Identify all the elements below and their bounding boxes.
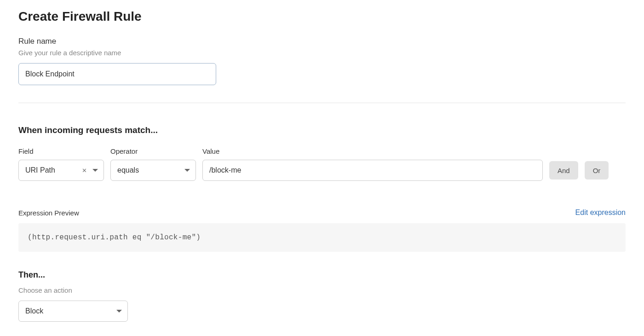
- action-select-value: Block: [25, 307, 43, 315]
- chevron-down-icon: [184, 169, 190, 172]
- field-column-label: Field: [18, 147, 104, 155]
- operator-select[interactable]: equals: [110, 160, 196, 181]
- operator-column-label: Operator: [110, 147, 196, 155]
- chevron-down-icon: [92, 169, 98, 172]
- rule-name-hint: Give your rule a descriptive name: [18, 49, 626, 57]
- chevron-down-icon: [116, 310, 122, 313]
- divider: [18, 103, 626, 103]
- match-row: Field URI Path ✕ Operator equals Value A…: [18, 147, 626, 181]
- rule-name-label: Rule name: [18, 37, 626, 46]
- expression-preview-label: Expression Preview: [18, 209, 79, 217]
- edit-expression-link[interactable]: Edit expression: [575, 209, 626, 217]
- then-hint: Choose an action: [18, 286, 626, 294]
- then-heading: Then...: [18, 270, 626, 280]
- and-button[interactable]: And: [549, 161, 578, 180]
- operator-select-value: equals: [117, 166, 139, 174]
- expression-preview-code: (http.request.uri.path eq "/block-me"): [18, 223, 626, 252]
- or-button[interactable]: Or: [585, 161, 609, 180]
- action-select[interactable]: Block: [18, 301, 128, 322]
- page-title: Create Firewall Rule: [18, 9, 626, 24]
- value-input[interactable]: [202, 160, 543, 181]
- field-select-value: URI Path: [25, 166, 55, 174]
- match-heading: When incoming requests match...: [18, 125, 626, 135]
- field-select[interactable]: URI Path ✕: [18, 160, 104, 181]
- value-column-label: Value: [202, 147, 543, 155]
- rule-name-input[interactable]: [18, 63, 216, 85]
- clear-icon[interactable]: ✕: [82, 168, 87, 174]
